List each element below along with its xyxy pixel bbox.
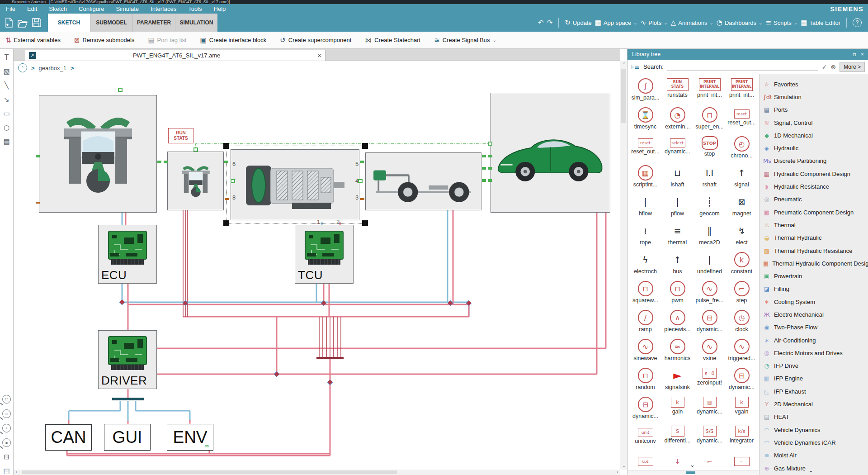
library-item[interactable]: ◔externin...	[661, 106, 693, 135]
library-item[interactable]: ⊓super_en...	[693, 106, 726, 135]
menu-configure[interactable]: Configure	[73, 5, 110, 12]
library-item[interactable]: ↑signal	[726, 164, 758, 193]
table-editor-button[interactable]: ▦Table Editor	[801, 19, 840, 27]
run-stats-block[interactable]: RUN STATS	[168, 128, 193, 143]
category-heat[interactable]: ▤HEAT	[760, 411, 868, 423]
plots-button[interactable]: ∿Plots⌄	[641, 19, 668, 27]
scroll-right-icon[interactable]: ›	[617, 469, 618, 475]
category-powertrain[interactable]: ▣Powertrain	[760, 270, 868, 282]
category-vehicle-dynamics-icar[interactable]: ◠Vehicle Dynamics iCAR	[760, 436, 868, 449]
menu-sketch[interactable]: Sketch	[43, 5, 73, 12]
library-item[interactable]: ∿pulse_fre...	[693, 280, 726, 309]
category-hydraulic[interactable]: ◈Hydraulic	[760, 142, 868, 154]
library-item[interactable]: selectdynamic...	[661, 135, 693, 164]
grid-scroll-more-icon[interactable]: ⌄	[690, 461, 695, 468]
scroll-left-icon[interactable]: ‹	[15, 469, 17, 475]
close-document-icon[interactable]: ×	[317, 52, 321, 59]
external-variables-button[interactable]: ⇅External variables	[5, 36, 61, 44]
category-thermal-hydraulic-resistance[interactable]: ▩Thermal Hydraulic Resistance	[760, 244, 868, 257]
scroll-down-icon[interactable]: ⌄	[622, 463, 626, 469]
app-space-button[interactable]: ▦App space⌄	[595, 19, 637, 27]
update-button[interactable]: ↻Update	[565, 19, 592, 27]
navigate-up-icon[interactable]: ⌃	[18, 63, 27, 72]
library-item[interactable]: ∿triggered...	[726, 337, 758, 366]
library-item[interactable]: ◷clock	[726, 309, 758, 337]
library-search-input[interactable]	[667, 62, 818, 71]
library-item[interactable]: RUN STATSrunstats	[661, 77, 693, 106]
zoom-fit-icon[interactable]: □	[2, 409, 11, 418]
panels-tool-icon[interactable]: ▤	[2, 138, 12, 146]
category-thermal[interactable]: ♨Thermal	[760, 218, 868, 231]
line-tool-icon[interactable]: ╲	[2, 81, 12, 90]
category-vehicle-dynamics[interactable]: ◠Vehicle Dynamics	[760, 423, 868, 436]
breadcrumb-item-gearbox[interactable]: gearbox_1	[39, 65, 66, 71]
tcu-component[interactable]: TCU	[295, 225, 354, 284]
library-item[interactable]: ⊠magnet	[726, 193, 758, 222]
undo-icon[interactable]: ↶	[538, 19, 544, 27]
category-discrete-partitioning[interactable]: MsDiscrete Partitioning	[760, 155, 868, 167]
new-file-icon[interactable]	[5, 18, 14, 28]
library-item[interactable]: kconstant	[726, 251, 758, 280]
library-item[interactable]: |hflow	[629, 193, 661, 222]
library-item[interactable]: ≈harmonics	[661, 337, 693, 366]
library-item[interactable]: ↑bus	[661, 251, 693, 280]
library-item[interactable]: kvgain	[726, 395, 758, 424]
library-item[interactable]: |undefined	[693, 251, 726, 280]
category-electric-motors-and-drives[interactable]: ◎Electric Motors and Drives	[760, 347, 868, 359]
library-item[interactable]: |pflow	[661, 193, 693, 222]
category-ports[interactable]: ▤Ports	[760, 104, 868, 116]
library-item[interactable]: ⊓random	[629, 366, 661, 395]
canvas-horizontal-scrollbar[interactable]: ‹ ›	[14, 470, 620, 475]
library-item[interactable]: Sdifferenti...	[661, 424, 693, 453]
gui-block[interactable]: GUI	[104, 424, 151, 451]
dashboards-button[interactable]: ◔Dashboards⌄	[717, 19, 763, 27]
tab-sketch[interactable]: SKETCH	[48, 14, 90, 32]
library-item[interactable]: ∕ramp	[629, 309, 661, 337]
menu-file[interactable]: File	[0, 5, 21, 12]
library-item[interactable]: ∿vsine	[693, 337, 726, 366]
category-ifp-drive[interactable]: ◔IFP Drive	[760, 360, 868, 372]
animations-button[interactable]: △Animations⌄	[671, 19, 713, 27]
menu-simulate[interactable]: Simulate	[110, 5, 145, 12]
category-hydraulic-component-design[interactable]: ▦Hydraulic Component Design	[760, 167, 868, 180]
create-interface-block-button[interactable]: ▣Create interface block	[200, 36, 267, 44]
transmission-component[interactable]	[231, 149, 359, 220]
category-moist-air[interactable]: ≋Moist Air	[760, 449, 868, 462]
rectangle-tool-icon[interactable]: ▭	[2, 109, 12, 118]
create-supercomponent-button[interactable]: ↺Create supercomponent	[280, 36, 351, 44]
ecu-component[interactable]: ECU	[98, 225, 157, 284]
library-horizontal-scrollbar[interactable]	[628, 470, 759, 475]
panel-layout-icon[interactable]: ⊟	[2, 453, 12, 461]
library-item[interactable]: ▦scriptint...	[629, 164, 661, 193]
text-tool-icon[interactable]: T	[2, 53, 12, 62]
library-item[interactable]: ⊓squarew...	[629, 280, 661, 309]
library-item[interactable]: ‖meca2D	[693, 222, 726, 251]
library-item[interactable]: unitunitconv	[629, 424, 661, 453]
tab-submodel[interactable]: SUBMODEL	[90, 14, 132, 32]
remove-submodels-button[interactable]: ⊠Remove submodels	[74, 36, 134, 44]
library-item[interactable]: ⌛timesync	[629, 106, 661, 135]
panel-close-icon[interactable]: ×	[861, 51, 864, 57]
library-item[interactable]: ◴chrono...	[726, 135, 758, 164]
engine-component[interactable]	[39, 95, 157, 213]
library-item[interactable]: ▥dynamic...	[693, 395, 726, 424]
zoom-in-icon[interactable]: +	[2, 424, 11, 432]
small-engine-component[interactable]	[167, 152, 224, 210]
library-item[interactable]: PRINT INTERVALprint_int...	[726, 77, 758, 106]
library-item[interactable]: ⊔lshaft	[661, 164, 693, 193]
menu-tools[interactable]: Tools	[182, 5, 208, 12]
scroll-up-icon[interactable]: ⌃	[622, 62, 626, 67]
menu-help[interactable]: Help	[208, 5, 232, 12]
library-item[interactable]: resetreset_out...	[629, 135, 661, 164]
category-air-conditioning[interactable]: ∗Air-Conditioning	[760, 334, 868, 347]
category-scroll-more-icon[interactable]: ⌄	[808, 467, 813, 474]
scripts-button[interactable]: ≡Scripts⌄	[765, 19, 797, 27]
library-item[interactable]: ∧piecewis...	[661, 309, 693, 337]
zoom-selection-icon[interactable]: ▣	[2, 438, 11, 447]
can-block[interactable]: CAN	[45, 424, 92, 451]
library-item[interactable]: ∫sim_para...	[629, 77, 661, 106]
library-item[interactable]: kgain	[661, 395, 693, 424]
panel-list-icon[interactable]: ▤	[2, 467, 12, 475]
menu-edit[interactable]: Edit	[21, 5, 43, 12]
create-statechart-button[interactable]: ⋈Create Statechart	[365, 36, 420, 44]
